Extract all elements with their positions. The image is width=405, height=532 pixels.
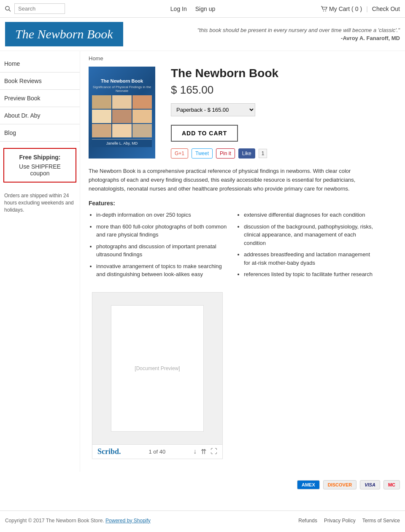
sidebar-item-book-reviews[interactable]: Book Reviews [0,73,80,90]
product-area: The Newborn Book Significance of Physica… [89,67,397,159]
cover-title: The Newborn Book [101,78,143,83]
like-count: 1 [259,149,267,158]
signup-link[interactable]: Sign up [195,5,215,12]
breadcrumb: Home [89,55,397,62]
footer-refunds-link[interactable]: Refunds [298,518,317,524]
logo-box[interactable]: The Newborn Book [5,22,123,46]
features-title: Features: [89,200,397,207]
features-left-col: in-depth information on over 250 topics … [89,211,228,282]
checkout-link[interactable]: Check Out [372,5,400,12]
shipping-promo-box: Free Shipping: Use SHIPFREE coupon [3,148,76,183]
cover-cell-1 [92,95,111,109]
footer-tos-link[interactable]: Terms of Service [362,518,400,524]
payment-mastercard: MC [383,480,400,489]
svg-line-1 [9,10,11,11]
feature-item-1: in-depth information on over 250 topics [96,211,228,219]
cover-cell-9 [132,124,152,137]
footer-links: Refunds Privacy Policy Terms of Service [298,518,400,524]
header-left [5,3,65,14]
feature-item-2: more than 600 full-color photographs of … [96,223,228,239]
features-section: Features: in-depth information on over 2… [89,200,397,282]
svg-point-0 [5,6,9,10]
cover-author-bar: Janelle L. Aby, MD [92,139,152,147]
cart-label: My Cart [329,5,350,12]
logo-text: The Newborn Book [15,27,113,41]
shipping-title: Free Shipping: [9,154,70,161]
shipping-coupon: Use SHIPFREE coupon [9,163,70,177]
tweet-button[interactable]: Tweet [192,148,213,159]
scribd-page: [Document Preview] [111,305,204,432]
footer-privacy-link[interactable]: Privacy Policy [324,518,356,524]
product-title: The Newborn Book [171,67,397,80]
product-details: The Newborn Book $ 165.00 Paperback - $ … [171,67,397,159]
features-left-list: in-depth information on over 250 topics … [89,211,228,279]
cart-count: 0 [355,5,359,12]
add-to-cart-button[interactable]: ADD TO CART [171,125,238,142]
sidebar-item-about[interactable]: About Dr. Aby [0,107,80,124]
feature-item-4: innovative arrangement of topics to make… [96,262,228,279]
copyright: Copyright © 2017 The Newborn Book Store.… [5,518,151,524]
divider: | [366,5,368,12]
svg-point-2 [323,11,324,11]
header: Log In Sign up My Cart (0) | Check Out [0,0,405,18]
cover-cell-4 [92,110,111,123]
feature-item-8: references listed by topic to facilitate… [244,270,375,279]
product-price: $ 165.00 [171,83,397,97]
main-layout: Home Book Reviews Preview Book About Dr.… [0,51,405,472]
search-input[interactable] [14,3,65,14]
features-right-col: extensive differential diagnoses for eac… [236,211,375,282]
product-description: The Newborn Book is a comprehensive prac… [89,167,375,193]
search-icon [5,6,11,12]
feature-item-6: discussion of the background, pathophysi… [244,223,375,247]
google-plus-button[interactable]: G+1 [171,148,188,159]
feature-item-7: addresses breastfeeding and lactation ma… [244,250,375,267]
sidebar-item-preview-book[interactable]: Preview Book [0,90,80,107]
sidebar-item-home[interactable]: Home [0,55,80,73]
tagline-area: "this book should be present in every nu… [197,26,400,43]
scribd-share-icon[interactable]: ⇈ [201,448,206,456]
login-link[interactable]: Log In [170,5,187,12]
cover-cell-8 [112,124,132,137]
footer-bottom: Copyright © 2017 The Newborn Book Store.… [0,511,405,530]
cover-cell-6 [132,110,152,123]
scribd-preview: [Document Preview] Scribd. 1 of 40 ↓ ⇈ ⛶ [92,292,223,459]
scribd-action-icons: ↓ ⇈ ⛶ [193,448,217,456]
social-buttons: G+1 Tweet Pin it Like 1 [171,148,397,159]
variant-select[interactable]: Paperback - $ 165.00 [171,103,255,116]
logo-banner: The Newborn Book "this book should be pr… [0,18,405,51]
tagline-author: -Avroy A. Fanaroff, MD [197,34,400,43]
sidebar-item-blog[interactable]: Blog [0,124,80,142]
features-columns: in-depth information on over 250 topics … [89,211,375,282]
book-cover-image: The Newborn Book Significance of Physica… [89,67,155,159]
payment-visa: VISA [360,480,380,489]
pinterest-button[interactable]: Pin it [216,148,235,159]
breadcrumb-home[interactable]: Home [89,55,103,62]
payment-discover: DISCOVER [323,480,356,489]
tagline: "this book should be present in every nu… [197,26,400,35]
cover-grid [92,95,152,137]
scribd-page-info: 1 of 40 [148,449,165,455]
feature-item-5: extensive differential diagnoses for eac… [244,211,375,219]
scribd-download-icon[interactable]: ↓ [193,448,197,456]
cover-cell-2 [112,95,132,109]
payment-icons: AMEX DISCOVER VISA MC [0,472,405,494]
feature-item-3: photographs and discussion of important … [96,242,228,259]
cover-cell-3 [132,95,152,109]
svg-point-3 [325,11,326,11]
scribd-logo: Scribd. [97,447,121,456]
cover-cell-7 [92,124,111,137]
powered-by-link[interactable]: Powered by Shopify [105,518,151,524]
sidebar: Home Book Reviews Preview Book About Dr.… [0,51,80,472]
payment-amex: AMEX [297,480,320,489]
content-area: Home The Newborn Book Significance of Ph… [80,51,405,472]
header-nav: Log In Sign up [170,5,215,12]
facebook-like-button[interactable]: Like [238,148,255,159]
cart-link[interactable]: My Cart (0) [321,5,362,12]
product-image-wrap: The Newborn Book Significance of Physica… [89,67,158,159]
scribd-fullscreen-icon[interactable]: ⛶ [211,448,217,456]
cover-cell-5 [112,110,132,123]
cover-subtitle: Significance of Physical Findings in the… [92,85,152,93]
features-right-list: extensive differential diagnoses for eac… [236,211,375,279]
scribd-document: [Document Preview] [92,293,222,444]
header-right: My Cart (0) | Check Out [321,5,400,12]
